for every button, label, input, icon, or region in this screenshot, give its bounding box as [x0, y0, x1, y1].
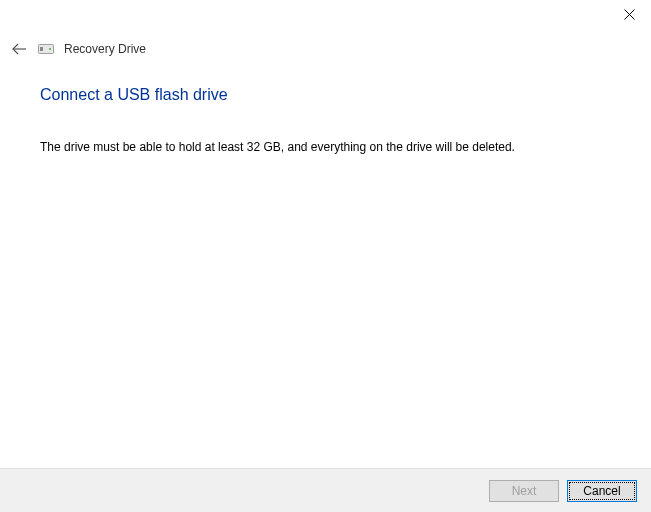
drive-icon: [38, 43, 54, 55]
back-arrow-icon: [11, 43, 27, 55]
header-row: Recovery Drive: [10, 40, 146, 58]
cancel-button[interactable]: Cancel: [567, 480, 637, 502]
close-button[interactable]: [621, 6, 637, 22]
page-heading: Connect a USB flash drive: [40, 86, 228, 104]
window-title: Recovery Drive: [64, 42, 146, 56]
close-icon: [624, 9, 635, 20]
back-button[interactable]: [10, 40, 28, 58]
svg-point-5: [49, 48, 51, 50]
next-button: Next: [489, 480, 559, 502]
button-bar: Next Cancel: [0, 468, 651, 512]
svg-rect-4: [40, 47, 43, 51]
page-description: The drive must be able to hold at least …: [40, 140, 515, 154]
